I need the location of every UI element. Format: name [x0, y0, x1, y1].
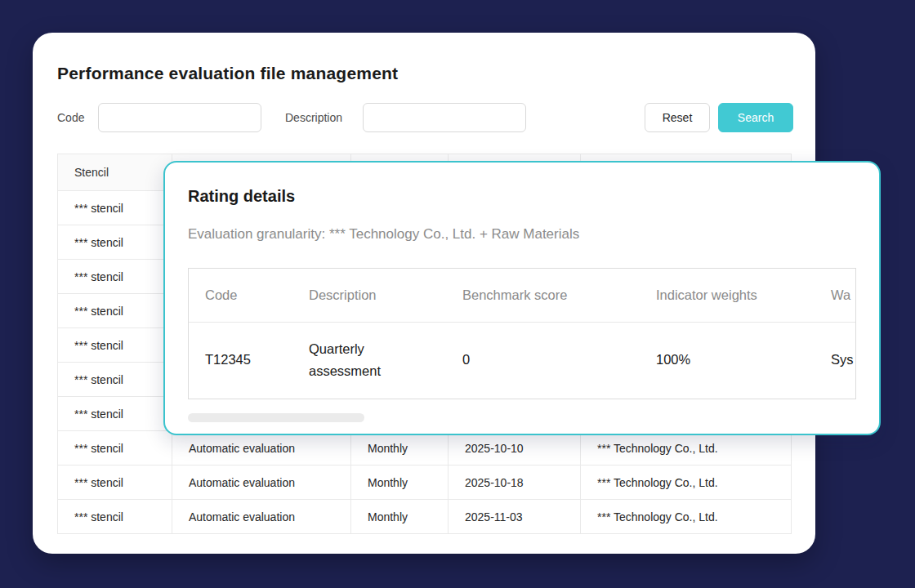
code-label: Code: [57, 103, 84, 132]
cell-benchmark-score: 0: [446, 322, 640, 398]
cell-company: *** Technology Co., Ltd.: [581, 431, 792, 466]
cell-cycle: Monthly: [351, 431, 449, 466]
cell-stencil: *** stencil: [58, 225, 172, 260]
cell-stencil: *** stencil: [58, 363, 172, 397]
rating-table-header-row: Code Description Benchmark score Indicat…: [189, 269, 856, 322]
cell-description: Automatic evaluation: [172, 431, 351, 466]
description-label: Description: [285, 103, 342, 132]
cell-cycle: Monthly: [351, 500, 449, 534]
table-row[interactable]: *** stencil Automatic evaluation Monthly…: [58, 500, 792, 534]
cell-stencil: *** stencil: [58, 500, 172, 534]
reset-button[interactable]: Reset: [645, 103, 710, 132]
cell-company: *** Technology Co., Ltd.: [581, 466, 792, 500]
cell-date: 2025-11-03: [449, 500, 581, 534]
cell-description: Automatic evaluation: [172, 466, 351, 500]
cell-stencil: *** stencil: [58, 191, 172, 225]
page-title: Performance evaluation file management: [57, 62, 398, 85]
cell-description: Quarterly assessment: [292, 322, 446, 398]
cell-stencil: *** stencil: [58, 466, 172, 500]
cell-truncated: Sys: [815, 322, 856, 398]
cell-date: 2025-10-10: [449, 431, 581, 466]
search-button[interactable]: Search: [718, 103, 793, 132]
cell-stencil: *** stencil: [58, 260, 172, 294]
code-input[interactable]: [98, 103, 261, 132]
header-stencil: Stencil: [58, 154, 172, 191]
cell-date: 2025-10-18: [449, 466, 581, 500]
modal-title: Rating details: [188, 185, 295, 207]
cell-stencil: *** stencil: [58, 294, 172, 328]
rating-table: Code Description Benchmark score Indicat…: [189, 269, 856, 398]
header-indicator-weights: Indicator weights: [640, 269, 815, 322]
cell-stencil: *** stencil: [58, 397, 172, 431]
cell-indicator-weights: 100%: [640, 322, 815, 398]
cell-cycle: Monthly: [351, 466, 449, 500]
modal-table-scroll-area[interactable]: Code Description Benchmark score Indicat…: [188, 268, 856, 399]
cell-stencil: *** stencil: [58, 328, 172, 363]
evaluation-granularity-text: Evaluation granularity: *** Technology C…: [188, 225, 579, 244]
rating-details-modal: Rating details Evaluation granularity: *…: [163, 161, 881, 435]
header-description: Description: [292, 269, 446, 322]
description-input[interactable]: [363, 103, 526, 132]
header-truncated: Wa: [815, 269, 856, 322]
header-code: Code: [189, 269, 292, 322]
cell-stencil: *** stencil: [58, 431, 172, 466]
cell-code: T12345: [189, 322, 292, 398]
rating-table-row: T12345 Quarterly assessment 0 100% Sys: [189, 322, 856, 398]
cell-company: *** Technology Co., Ltd.: [581, 500, 792, 534]
header-benchmark-score: Benchmark score: [446, 269, 640, 322]
table-row[interactable]: *** stencil Automatic evaluation Monthly…: [58, 466, 792, 500]
cell-description: Automatic evaluation: [172, 500, 351, 534]
table-row[interactable]: *** stencil Automatic evaluation Monthly…: [58, 431, 792, 466]
horizontal-scrollbar-thumb[interactable]: [188, 413, 364, 422]
